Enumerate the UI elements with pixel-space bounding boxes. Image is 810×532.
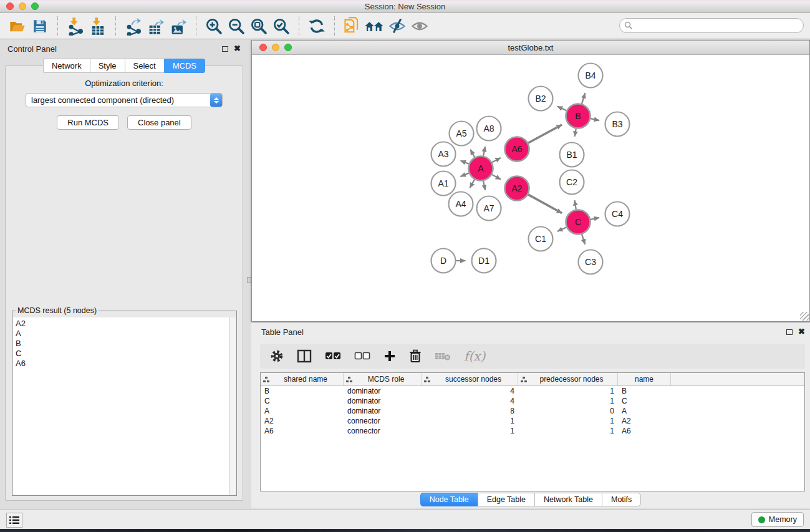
- column-header-MCDS-role[interactable]: MCDS role: [344, 373, 422, 385]
- table-cell[interactable]: A6: [261, 426, 344, 436]
- result-item[interactable]: A2: [13, 319, 229, 329]
- open-session-button[interactable]: [6, 16, 29, 37]
- resize-grip-icon[interactable]: [800, 312, 809, 321]
- result-item[interactable]: C: [13, 349, 229, 359]
- graph-edge-A-A1[interactable]: [460, 173, 469, 177]
- table-cell[interactable]: A2: [618, 416, 671, 426]
- graph-node-B3[interactable]: B3: [605, 112, 630, 137]
- network-canvas[interactable]: B4B2BB3A5A8A6B1A3AC2A1A2A4A7C4CC1C3DD1: [252, 55, 809, 321]
- table-cell[interactable]: 1: [518, 386, 618, 396]
- graph-edge-A-A7[interactable]: [483, 181, 485, 190]
- graph-edge-A-A8[interactable]: [483, 147, 485, 156]
- criterion-select[interactable]: largest connected component (directed): [26, 93, 223, 107]
- table-cell[interactable]: dominator: [344, 406, 422, 416]
- graph-node-A7[interactable]: A7: [477, 196, 501, 221]
- deselect-all-button[interactable]: [354, 352, 370, 360]
- table-cell[interactable]: A6: [618, 426, 671, 436]
- tab-network[interactable]: Network: [43, 59, 90, 73]
- tab-mcds[interactable]: MCDS: [164, 59, 205, 73]
- result-item[interactable]: A6: [13, 359, 229, 369]
- memory-button[interactable]: Memory: [751, 512, 804, 527]
- graph-node-A[interactable]: A: [469, 157, 493, 181]
- graph-edge-A-A4[interactable]: [470, 180, 475, 188]
- export-network-button[interactable]: [122, 16, 145, 37]
- graph-edge-B-B3[interactable]: [591, 118, 599, 120]
- select-all-button[interactable]: [325, 352, 341, 360]
- tab-network-table[interactable]: Network Table: [534, 493, 602, 506]
- show-columns-button[interactable]: [297, 349, 312, 363]
- split-pane-handle[interactable]: [247, 277, 251, 283]
- table-cell[interactable]: dominator: [344, 386, 422, 396]
- graph-node-C[interactable]: C: [566, 210, 591, 235]
- save-session-button[interactable]: [29, 16, 51, 37]
- zoom-in-button[interactable]: [203, 16, 225, 37]
- table-cell[interactable]: 0: [518, 406, 618, 416]
- network-window-titlebar[interactable]: testGlobe.txt: [252, 41, 809, 55]
- task-history-button[interactable]: [6, 513, 22, 528]
- graph-node-B[interactable]: B: [566, 104, 591, 128]
- table-cell[interactable]: 4: [422, 386, 518, 396]
- graph-node-C3[interactable]: C3: [579, 250, 603, 274]
- delete-table-button[interactable]: [435, 351, 451, 361]
- table-cell[interactable]: 1: [422, 416, 518, 426]
- column-header-name[interactable]: name: [618, 373, 671, 385]
- add-column-button[interactable]: [383, 350, 396, 362]
- table-cell[interactable]: 4: [422, 396, 518, 406]
- table-row[interactable]: Cdominator41C: [261, 396, 804, 406]
- float-panel-icon[interactable]: [222, 46, 228, 52]
- graph-edge-A6-B[interactable]: [528, 125, 562, 143]
- graph-node-D1[interactable]: D1: [472, 249, 496, 273]
- result-item[interactable]: A: [13, 329, 229, 339]
- table-cell[interactable]: connector: [344, 426, 422, 436]
- graph-node-C1[interactable]: C1: [529, 227, 553, 251]
- table-cell[interactable]: A: [618, 406, 671, 416]
- graph-edge-C-C2[interactable]: [575, 200, 576, 210]
- table-row[interactable]: Adominator80A: [261, 406, 804, 416]
- table-cell[interactable]: 1: [518, 416, 618, 426]
- table-cell[interactable]: C: [261, 396, 344, 406]
- table-row[interactable]: A6connector11A6: [261, 426, 804, 436]
- table-cell[interactable]: B: [618, 386, 671, 396]
- result-scrollbar[interactable]: [229, 317, 236, 495]
- zoom-fit-button[interactable]: [248, 16, 270, 37]
- export-image-button[interactable]: [167, 16, 190, 37]
- column-header-shared-name[interactable]: shared name: [261, 373, 344, 385]
- table-row[interactable]: A2connector11A2: [261, 416, 804, 426]
- run-mcds-button[interactable]: Run MCDS: [57, 115, 119, 130]
- search-input[interactable]: [619, 18, 804, 33]
- close-panel-icon[interactable]: ✖: [234, 46, 241, 52]
- graph-node-B1[interactable]: B1: [560, 143, 584, 167]
- graph-node-C4[interactable]: C4: [605, 202, 630, 226]
- graph-node-A4[interactable]: A4: [449, 192, 473, 216]
- delete-column-button[interactable]: [409, 349, 422, 363]
- table-settings-button[interactable]: [270, 349, 284, 363]
- result-item[interactable]: B: [13, 339, 229, 349]
- graph-node-C2[interactable]: C2: [560, 170, 584, 195]
- table-cell[interactable]: connector: [344, 416, 422, 426]
- graph-edge-C-C4[interactable]: [591, 218, 599, 220]
- graph-node-D[interactable]: D: [432, 249, 456, 273]
- graph-node-A3[interactable]: A3: [432, 142, 456, 167]
- hide-graphics-details-button[interactable]: [386, 16, 408, 37]
- graph-node-A1[interactable]: A1: [432, 172, 456, 196]
- zoom-selected-button[interactable]: [270, 16, 292, 37]
- table-cell[interactable]: 8: [422, 406, 518, 416]
- column-header-predecessor-nodes[interactable]: predecessor nodes: [518, 373, 618, 385]
- tab-motifs[interactable]: Motifs: [602, 493, 641, 506]
- tab-select[interactable]: Select: [125, 59, 164, 73]
- graph-edge-A-A6[interactable]: [492, 158, 501, 162]
- graph-edge-C-C1[interactable]: [557, 227, 566, 231]
- close-panel-icon[interactable]: ✖: [798, 329, 805, 335]
- tab-node-table[interactable]: Node Table: [420, 493, 478, 506]
- column-header-successor-nodes[interactable]: successor nodes: [422, 373, 518, 385]
- zoom-out-button[interactable]: [225, 16, 248, 37]
- table-cell[interactable]: A: [261, 406, 344, 416]
- table-cell[interactable]: 1: [518, 426, 618, 436]
- graph-edge-C-C3[interactable]: [582, 235, 585, 244]
- tab-edge-table[interactable]: Edge Table: [478, 493, 534, 506]
- graph-node-B4[interactable]: B4: [579, 64, 603, 88]
- graph-node-A2[interactable]: A2: [505, 177, 529, 201]
- mcds-result-list[interactable]: A2ABCA6: [13, 317, 229, 495]
- refresh-button[interactable]: [306, 16, 328, 37]
- graph-edge-A2-C[interactable]: [528, 195, 562, 213]
